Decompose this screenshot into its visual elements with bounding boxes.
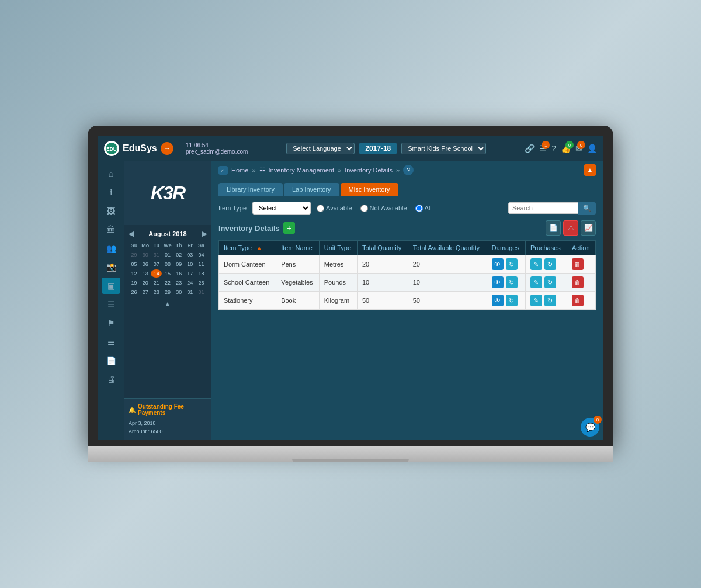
content-area: Item Type Select Available bbox=[211, 196, 603, 440]
damages-undo-icon[interactable]: ↻ bbox=[506, 276, 518, 288]
col-total-qty[interactable]: Total Quantity bbox=[357, 241, 408, 255]
col-item-type[interactable]: Item Type ▲ bbox=[219, 241, 276, 255]
cell-avail-qty: 20 bbox=[408, 255, 487, 274]
filter-row: Item Type Select Available bbox=[218, 202, 596, 215]
main-area: ⌂ ℹ 🖼 🏛 👥 📸 ▣ ☰ ⚑ ⚌ 📄 🖨 bbox=[98, 161, 603, 440]
not-available-radio-label[interactable]: Not Available bbox=[360, 205, 407, 212]
sidebar-item-calculator[interactable]: ▣ bbox=[102, 278, 120, 294]
messages-icon[interactable]: ✉ 0 bbox=[575, 144, 582, 153]
tab-lab-inventory[interactable]: Lab Inventory bbox=[284, 183, 339, 196]
purchases-edit-icon[interactable]: ✎ bbox=[530, 295, 542, 306]
col-damages[interactable]: Damages bbox=[487, 241, 525, 255]
action-delete-icon[interactable]: 🗑 bbox=[572, 295, 584, 306]
breadcrumb-page[interactable]: Inventory Details bbox=[345, 167, 393, 174]
inventory-mgmt-icon: ☷ bbox=[259, 167, 265, 174]
tasks-icon[interactable]: ☰ 1 bbox=[539, 144, 547, 153]
sidebar-item-menu[interactable]: ⚌ bbox=[102, 334, 120, 350]
damages-view-icon[interactable]: 👁 bbox=[492, 258, 504, 270]
all-radio[interactable] bbox=[415, 205, 423, 212]
inventory-section-title: Inventory Details bbox=[218, 224, 280, 233]
cell-total-qty: 20 bbox=[357, 255, 408, 274]
search-input[interactable] bbox=[508, 202, 578, 214]
damages-undo-icon[interactable]: ↻ bbox=[506, 295, 518, 306]
right-main: ⌂ Home » ☷ Inventory Management » Invent… bbox=[211, 161, 603, 440]
damages-undo-icon[interactable]: ↻ bbox=[506, 258, 518, 270]
breadcrumb-help-icon[interactable]: ? bbox=[403, 165, 414, 175]
topbar-center: Select Language 2017-18 Smart Kids Pre S… bbox=[248, 143, 525, 154]
purchases-undo-icon[interactable]: ↻ bbox=[544, 276, 556, 288]
logo-icon: EDU bbox=[104, 141, 119, 156]
col-avail-qty[interactable]: Total Available Quantity bbox=[408, 241, 487, 255]
available-radio[interactable] bbox=[317, 205, 324, 212]
calendar-days-header: Su Mo Tu We Th Fr Sa bbox=[129, 241, 207, 250]
topbar-email: prek_sadm@demo.com bbox=[186, 148, 248, 155]
topbar-logo: EDU EduSys → bbox=[104, 141, 180, 156]
chat-button[interactable]: 💬 0 bbox=[581, 418, 599, 437]
damages-view-icon[interactable]: 👁 bbox=[492, 276, 504, 288]
content-panel: K3R ◀ August 2018 ▶ bbox=[124, 161, 603, 440]
notif-item-date: Apr 3, 2018 bbox=[129, 420, 207, 428]
sidebar-item-building[interactable]: 🏛 bbox=[102, 222, 120, 238]
cell-item-type: Dorm Canteen bbox=[219, 255, 276, 274]
export-excel-button[interactable]: 📈 bbox=[581, 220, 596, 236]
collapse-calendar-btn[interactable]: ▲ bbox=[129, 298, 207, 310]
tab-library-inventory[interactable]: Library Inventory bbox=[218, 183, 283, 196]
col-unit-type[interactable]: Unit Type bbox=[319, 241, 357, 255]
language-select[interactable]: Select Language bbox=[286, 143, 355, 154]
sidebar-item-print[interactable]: 🖨 bbox=[102, 371, 120, 388]
all-radio-label[interactable]: All bbox=[415, 205, 432, 212]
calendar-header: ◀ August 2018 ▶ bbox=[129, 230, 207, 238]
calendar-section: ◀ August 2018 ▶ Su Mo Tu bbox=[124, 225, 211, 398]
link-icon[interactable]: 🔗 bbox=[525, 144, 535, 153]
sidebar-item-home[interactable]: ⌂ bbox=[102, 165, 120, 182]
calendar-week-1: 29 30 31 01 02 03 04 bbox=[129, 251, 207, 259]
breadcrumb-collapse-btn[interactable]: ▲ bbox=[584, 164, 596, 176]
cell-unit-type: Kilogram bbox=[319, 292, 357, 310]
sidebar-item-flag[interactable]: ⚑ bbox=[102, 315, 120, 331]
sidebar-item-users[interactable]: 👥 bbox=[102, 240, 120, 257]
export-csv-button[interactable]: ⚠ bbox=[563, 220, 578, 236]
user-profile-icon[interactable]: 👤 bbox=[587, 144, 597, 153]
sidebar-item-doc[interactable]: 📄 bbox=[102, 352, 120, 369]
not-available-radio[interactable] bbox=[360, 205, 368, 212]
purchases-undo-icon[interactable]: ↻ bbox=[544, 258, 556, 270]
item-type-select[interactable]: Select bbox=[252, 202, 311, 215]
cell-damages: 👁 ↻ bbox=[487, 255, 525, 274]
sidebar-item-info[interactable]: ℹ bbox=[102, 184, 120, 200]
action-delete-icon[interactable]: 🗑 bbox=[572, 258, 584, 270]
available-radio-label[interactable]: Available bbox=[317, 205, 352, 212]
cell-purchases: ✎ ↻ bbox=[525, 255, 567, 274]
cal-day-su: Su bbox=[129, 241, 140, 250]
calendar-next-btn[interactable]: ▶ bbox=[202, 230, 207, 238]
damages-view-icon[interactable]: 👁 bbox=[492, 295, 504, 306]
search-button[interactable]: 🔍 bbox=[578, 202, 596, 215]
topbar-arrow-icon[interactable]: → bbox=[161, 142, 173, 155]
col-purchases[interactable]: Pruchases bbox=[525, 241, 567, 255]
breadcrumb-sep-3: » bbox=[396, 167, 400, 174]
help-icon[interactable]: ? bbox=[551, 144, 556, 153]
topbar-time-user: 11:06:54 prek_sadm@demo.com bbox=[186, 142, 248, 155]
sidebar-item-list[interactable]: ☰ bbox=[102, 296, 120, 313]
cal-day-we: We bbox=[162, 241, 173, 250]
home-icon[interactable]: ⌂ bbox=[218, 166, 228, 175]
likes-icon[interactable]: 👍 0 bbox=[561, 144, 571, 153]
purchases-edit-icon[interactable]: ✎ bbox=[530, 276, 542, 288]
sidebar-item-tshirt[interactable]: 📸 bbox=[102, 259, 120, 275]
sidebar-item-monitor[interactable]: 🖼 bbox=[102, 203, 120, 219]
inventory-title-row: Inventory Details + bbox=[218, 222, 295, 234]
tab-misc-inventory[interactable]: Misc Inventory bbox=[341, 183, 398, 196]
tab-bar: Library Inventory Lab Inventory Misc Inv… bbox=[211, 179, 603, 196]
table-row: Stationery Book Kilogram 50 50 👁 ↻ ✎ ↻ 🗑 bbox=[219, 292, 596, 310]
calendar-prev-btn[interactable]: ◀ bbox=[129, 230, 134, 238]
purchases-edit-icon[interactable]: ✎ bbox=[530, 258, 542, 270]
purchases-undo-icon[interactable]: ↻ bbox=[544, 295, 556, 306]
notif-item-amount: Amount : 6500 bbox=[129, 428, 207, 436]
breadcrumb-module[interactable]: Inventory Management bbox=[269, 167, 335, 174]
cell-unit-type: Metres bbox=[319, 255, 357, 274]
add-inventory-button[interactable]: + bbox=[283, 222, 295, 234]
col-item-name[interactable]: Item Name bbox=[276, 241, 320, 255]
col-action[interactable]: Action bbox=[567, 241, 595, 255]
export-pdf-button[interactable]: 📄 bbox=[546, 220, 561, 236]
school-select[interactable]: Smart Kids Pre School bbox=[401, 143, 486, 154]
action-delete-icon[interactable]: 🗑 bbox=[572, 276, 584, 288]
